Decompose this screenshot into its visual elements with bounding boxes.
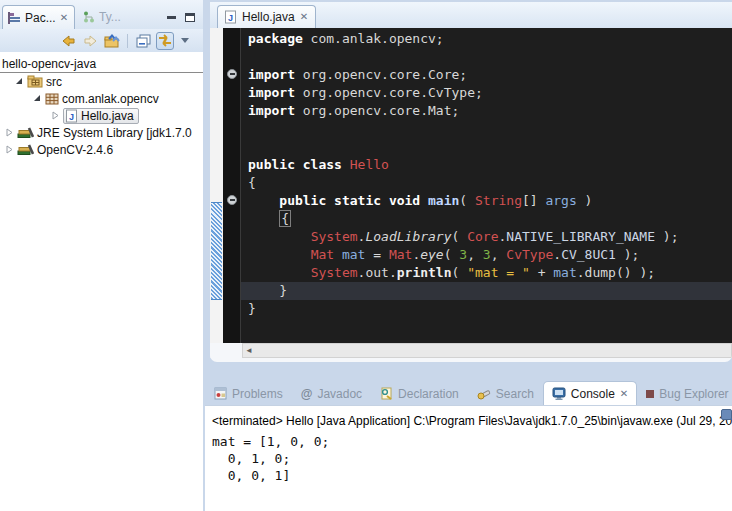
tree-item-src[interactable]: src — [0, 73, 203, 90]
scroll-left-arrow-icon[interactable]: ◄ — [245, 346, 253, 355]
scrollbar-track[interactable]: ◄ — [242, 343, 732, 358]
fold-collapse-icon[interactable] — [227, 69, 237, 79]
console-view: Problems @ Javadoc Declaration Search — [205, 379, 732, 511]
code-line[interactable]: System.out.println( "mat = " + mat.dump(… — [241, 264, 732, 282]
annotation-ruler[interactable] — [210, 28, 223, 343]
code-line[interactable]: Mat mat = Mat.eye( 3, 3, CvType.CV_8UC1 … — [241, 246, 732, 264]
collapsed-arrow-icon[interactable] — [4, 144, 14, 155]
expanded-arrow-icon[interactable] — [14, 76, 24, 87]
forward-arrow-icon — [83, 34, 98, 48]
folder-up-icon — [104, 33, 120, 48]
source-folder-icon — [27, 75, 43, 88]
toolbar-separator — [127, 34, 128, 48]
problems-icon — [214, 387, 227, 400]
package-explorer-toolbar — [0, 29, 203, 52]
svg-text:J: J — [69, 112, 74, 122]
svg-text:J: J — [228, 13, 233, 23]
collapse-all-button[interactable] — [134, 32, 152, 50]
code-line[interactable]: public class Hello — [241, 156, 732, 174]
tree-item-label: com.anlak.opencv — [62, 92, 159, 106]
view-menu-icon[interactable] — [181, 38, 189, 43]
java-file-icon: J — [224, 10, 237, 24]
tab-label: Bug Explorer — [659, 387, 728, 401]
code-line[interactable]: package com.anlak.opencv; — [241, 30, 732, 48]
collapse-all-icon — [136, 34, 151, 48]
tree-item-hello-java[interactable]: J Hello.java — [0, 107, 203, 124]
tree-item-label: OpenCV-2.4.6 — [37, 143, 113, 157]
tree-selection: J Hello.java — [63, 108, 139, 124]
expanded-arrow-icon[interactable] — [32, 93, 42, 104]
package-icon — [45, 92, 59, 105]
code-line[interactable]: { — [241, 174, 732, 192]
tab-bug-explorer[interactable]: Bug Explorer — [637, 382, 732, 405]
close-icon[interactable]: ✕ — [300, 12, 308, 22]
tree-item-jre-library[interactable]: JRE System Library [jdk1.7.0 — [0, 124, 203, 141]
console-output-line: mat = [1, 0, 0; — [212, 433, 732, 450]
console-content[interactable]: <terminated> Hello [Java Application] C:… — [205, 405, 732, 511]
declaration-icon — [380, 387, 393, 400]
back-button[interactable] — [59, 32, 77, 50]
console-icon — [552, 387, 566, 400]
tab-label: Javadoc — [317, 387, 362, 401]
package-explorer-tabbar: Pac... ✕ Ty... — [0, 0, 203, 29]
code-line[interactable] — [241, 48, 732, 66]
tab-javadoc[interactable]: @ Javadoc — [292, 382, 371, 405]
link-with-editor-button[interactable] — [156, 32, 174, 50]
console-status-line: <terminated> Hello [Java Application] C:… — [205, 406, 732, 428]
minimize-icon[interactable] — [167, 16, 176, 19]
bug-explorer-icon — [646, 390, 654, 398]
fold-collapse-icon[interactable] — [227, 195, 237, 205]
folding-ruler[interactable] — [223, 28, 241, 343]
tree-item-label: src — [46, 75, 62, 89]
code-line[interactable]: } — [241, 282, 732, 300]
tab-console[interactable]: Console ✕ — [543, 381, 637, 405]
code-line[interactable]: } — [241, 300, 732, 318]
maximize-icon[interactable] — [185, 13, 195, 22]
code-lines[interactable]: package com.anlak.opencv;import org.open… — [241, 28, 732, 343]
range-indicator — [211, 202, 222, 300]
project-label: hello-opencv-java — [2, 57, 96, 71]
collapsed-arrow-icon[interactable] — [4, 127, 14, 138]
back-arrow-icon — [61, 34, 76, 48]
tab-label: Search — [496, 387, 534, 401]
console-output[interactable]: mat = [1, 0, 0; 0, 1, 0; 0, 0, 1] — [212, 433, 732, 484]
editor-area: J Hello.java ✕ package com.anlak.opencv;… — [210, 2, 732, 362]
tab-declaration[interactable]: Declaration — [371, 382, 468, 405]
code-line[interactable]: public static void main( String[] args ) — [241, 192, 732, 210]
close-icon[interactable]: ✕ — [60, 13, 68, 23]
code-line[interactable] — [241, 138, 732, 156]
tree-item-project[interactable]: hello-opencv-java — [0, 55, 203, 73]
tab-package-explorer[interactable]: Pac... ✕ — [2, 5, 75, 29]
code-line[interactable]: { — [241, 210, 732, 228]
code-line[interactable]: import org.opencv.core.CvType; — [241, 84, 732, 102]
tab-problems[interactable]: Problems — [205, 382, 292, 405]
tab-label: Problems — [232, 387, 283, 401]
tree-item-label: JRE System Library [jdk1.7.0 — [37, 126, 192, 140]
editor-horizontal-scrollbar[interactable]: ◄ — [210, 343, 732, 358]
tab-label: Console — [571, 387, 615, 401]
scrollbar-spacer — [210, 343, 242, 358]
forward-button[interactable] — [81, 32, 99, 50]
code-line[interactable]: import org.opencv.core.Mat; — [241, 102, 732, 120]
code-line[interactable]: System.LoadLibrary( Core.NATIVE_LIBRARY_… — [241, 228, 732, 246]
up-button[interactable] — [103, 32, 121, 50]
tree-item-label: Hello.java — [81, 109, 134, 123]
code-line[interactable] — [241, 120, 732, 138]
close-icon[interactable]: ✕ — [620, 389, 628, 399]
tab-label: Declaration — [398, 387, 459, 401]
search-icon — [477, 387, 491, 400]
tab-hello-java[interactable]: J Hello.java ✕ — [217, 5, 316, 28]
collapsed-arrow-icon[interactable] — [50, 110, 60, 121]
library-icon — [17, 143, 34, 156]
tab-type-hierarchy[interactable]: Ty... — [75, 5, 129, 29]
tree-item-package[interactable]: com.anlak.opencv — [0, 90, 203, 107]
console-output-line: 0, 0, 1] — [212, 467, 732, 484]
console-toolbar-icon[interactable] — [721, 409, 732, 420]
tab-search[interactable]: Search — [468, 382, 543, 405]
tab-label: Pac... — [25, 11, 56, 25]
java-file-icon: J — [65, 109, 78, 123]
tree-item-opencv-library[interactable]: OpenCV-2.4.6 — [0, 141, 203, 158]
package-explorer-icon — [8, 12, 21, 24]
code-line[interactable]: import org.opencv.core.Core; — [241, 66, 732, 84]
link-with-editor-icon — [158, 34, 172, 47]
